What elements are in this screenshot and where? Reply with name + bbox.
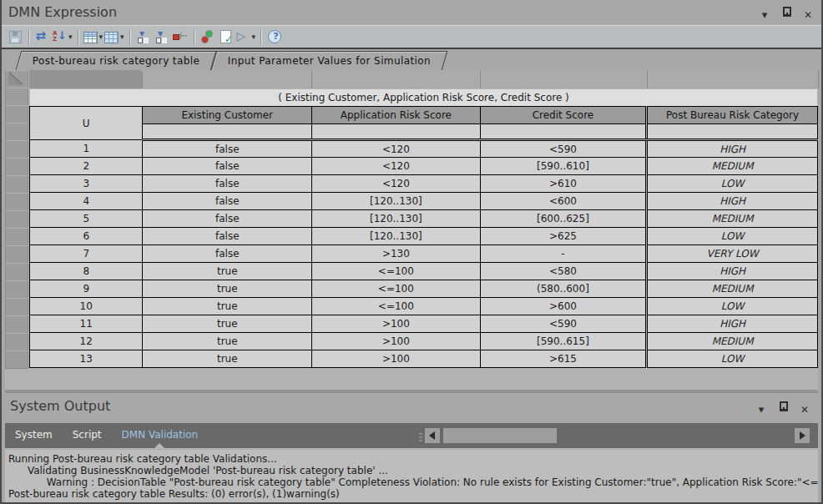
risk-category-cell[interactable]: HIGH [647, 140, 818, 158]
risk-category-cell[interactable]: LOW [647, 228, 818, 245]
credit-score-cell[interactable]: [600..625] [480, 210, 646, 228]
application-risk-score-cell[interactable]: [120..130] [312, 228, 481, 245]
application-risk-score-cell[interactable]: >100 [312, 333, 481, 350]
row-header[interactable] [5, 193, 28, 211]
row-header[interactable] [5, 175, 28, 194]
risk-category-cell[interactable]: HIGH [647, 263, 818, 280]
row-header[interactable] [5, 280, 28, 299]
credit-score-cell[interactable]: [590..615] [480, 333, 646, 350]
allowed-values-cell[interactable] [143, 124, 312, 140]
credit-score-cell[interactable]: <580 [480, 263, 646, 280]
rule-number[interactable]: 6 [30, 228, 143, 245]
play-button[interactable]: ▾ [235, 28, 257, 46]
scroll-right-icon[interactable] [795, 428, 810, 443]
allowed-values-cell[interactable] [480, 124, 646, 140]
existing-customer-cell[interactable]: false [143, 245, 312, 263]
existing-customer-cell[interactable]: true [143, 333, 312, 350]
caret-down-icon[interactable]: ▾ [120, 33, 124, 41]
rule-number[interactable]: 2 [30, 158, 143, 175]
row-header[interactable] [5, 140, 28, 159]
credit-score-cell[interactable]: [590..610] [480, 158, 646, 175]
caret-down-icon[interactable]: ▾ [99, 33, 104, 41]
existing-customer-cell[interactable]: false [143, 158, 312, 175]
credit-score-cell[interactable]: >610 [480, 175, 646, 193]
pin-icon[interactable] [780, 6, 793, 18]
rule-number[interactable]: 13 [30, 350, 143, 368]
validate-button[interactable] [217, 28, 235, 46]
risk-category-cell[interactable]: VERY LOW [647, 245, 818, 263]
row-header[interactable] [5, 123, 28, 141]
rule-number[interactable]: 4 [30, 193, 143, 210]
output-tab-system[interactable]: System [5, 423, 63, 448]
rule-number[interactable]: 11 [30, 315, 143, 333]
column-header[interactable]: Application Risk Score [312, 107, 481, 124]
rule-number[interactable]: 5 [30, 210, 143, 228]
rule-number[interactable]: 1 [30, 140, 143, 158]
gridstyle-button[interactable]: ▾ [104, 28, 125, 46]
risk-category-cell[interactable]: LOW [647, 350, 818, 368]
column-strip-segment[interactable] [29, 70, 143, 88]
sim-button[interactable] [199, 28, 217, 46]
risk-category-cell[interactable]: MEDIUM [647, 280, 818, 298]
parameters-cell[interactable]: ( Existing Customer, Application Risk Sc… [30, 89, 818, 107]
scrollbar-grip[interactable] [419, 431, 422, 441]
system-output-log[interactable]: Running Post-bureau risk category table … [5, 450, 818, 502]
existing-customer-cell[interactable]: false [143, 193, 312, 210]
credit-score-cell[interactable]: <590 [480, 315, 646, 333]
select-all-corner[interactable] [5, 70, 28, 88]
credit-score-cell[interactable]: - [480, 245, 646, 263]
rule-number[interactable]: 12 [30, 333, 143, 350]
scroll-left-icon[interactable] [425, 428, 440, 443]
row-header[interactable] [5, 315, 28, 334]
application-risk-score-cell[interactable]: <=100 [312, 263, 481, 280]
save-button[interactable] [6, 28, 24, 46]
close-icon[interactable] [798, 401, 811, 412]
allowed-values-cell[interactable] [312, 124, 481, 140]
application-risk-score-cell[interactable]: <120 [312, 140, 481, 158]
column-strip-segment[interactable] [143, 70, 312, 88]
existing-customer-cell[interactable]: true [143, 315, 312, 333]
pin-icon[interactable] [776, 401, 790, 412]
row-header[interactable] [5, 245, 28, 264]
risk-category-cell[interactable]: LOW [647, 298, 818, 315]
caret-down-icon[interactable]: ▾ [252, 33, 256, 41]
row-header[interactable] [5, 158, 28, 176]
row-header[interactable] [5, 333, 28, 351]
row-header[interactable] [5, 263, 28, 281]
tab-input-parameter-values-for-simulation[interactable]: Input Parameter Values for Simulation [211, 51, 448, 70]
existing-customer-cell[interactable]: true [143, 298, 312, 315]
rule-number[interactable]: 10 [30, 298, 143, 315]
credit-score-cell[interactable]: >615 [480, 350, 646, 368]
risk-category-cell[interactable]: MEDIUM [647, 333, 818, 350]
decompose-up-button[interactable] [153, 28, 171, 46]
application-risk-score-cell[interactable]: <=100 [312, 298, 481, 315]
shuffle-button[interactable] [33, 28, 52, 46]
column-header[interactable]: Existing Customer [143, 107, 312, 124]
row-header[interactable] [5, 88, 28, 106]
close-icon[interactable] [801, 6, 815, 18]
rule-number[interactable]: 7 [30, 245, 143, 263]
existing-customer-cell[interactable]: false [143, 210, 312, 228]
application-risk-score-cell[interactable]: <120 [312, 158, 481, 175]
credit-score-cell[interactable]: <600 [480, 193, 646, 210]
existing-customer-cell[interactable]: false [143, 140, 312, 158]
risk-category-cell[interactable]: MEDIUM [647, 210, 818, 228]
caret-down-icon[interactable]: ▾ [68, 33, 73, 41]
rule-number[interactable]: 8 [30, 263, 143, 280]
application-risk-score-cell[interactable]: [120..130] [312, 210, 481, 228]
application-risk-score-cell[interactable]: <120 [312, 175, 481, 193]
risk-category-cell[interactable]: HIGH [647, 315, 818, 333]
existing-customer-cell[interactable]: true [143, 263, 312, 280]
help-button[interactable] [265, 28, 284, 46]
application-risk-score-cell[interactable]: >100 [312, 315, 481, 333]
risk-category-cell[interactable]: MEDIUM [647, 158, 818, 175]
dropdown-menu-icon[interactable] [758, 6, 771, 18]
column-strip-segment[interactable] [648, 70, 819, 88]
risk-category-cell[interactable]: HIGH [647, 193, 818, 210]
hit-policy-cell[interactable]: U [30, 107, 143, 140]
decompose-down-button[interactable] [134, 28, 153, 46]
allowed-values-cell[interactable] [647, 124, 818, 140]
row-header[interactable] [5, 298, 28, 316]
credit-score-cell[interactable]: >600 [480, 298, 646, 315]
application-risk-score-cell[interactable]: >100 [312, 350, 481, 368]
